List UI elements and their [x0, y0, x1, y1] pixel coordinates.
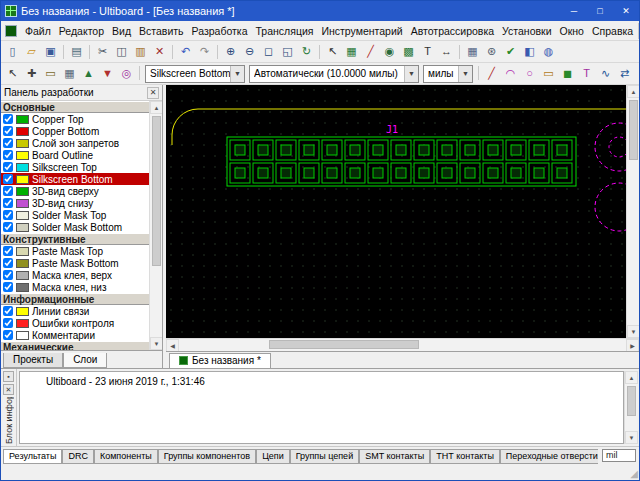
dimension-icon[interactable]: ↔	[437, 43, 456, 61]
scrollbar-thumb[interactable]	[152, 116, 161, 266]
layer-visibility-checkbox[interactable]	[3, 306, 13, 316]
scrollbar-thumb[interactable]	[269, 340, 419, 349]
layer-row[interactable]: Механические	[1, 341, 149, 350]
place-trace-icon[interactable]: ╱	[361, 43, 380, 61]
close-icon[interactable]: ✕	[3, 384, 14, 395]
place-circle-icon[interactable]: ○	[520, 65, 539, 83]
zoom-full-icon[interactable]: ◱	[278, 43, 297, 61]
scroll-up-icon[interactable]: ▲	[627, 85, 640, 98]
layer-color-swatch[interactable]	[16, 247, 29, 256]
dock-icon[interactable]: ▪	[3, 371, 14, 382]
results-tab[interactable]: Переходные отверстия	[500, 449, 598, 464]
results-tab[interactable]: Группы цепей	[290, 449, 359, 464]
undo-icon[interactable]: ↶	[176, 43, 195, 61]
save-icon[interactable]: ▣	[41, 43, 60, 61]
units-select[interactable]: милы ▼	[423, 65, 473, 83]
results-tab[interactable]: DRC	[62, 449, 94, 464]
layer-color-swatch[interactable]	[16, 163, 29, 172]
redraw-icon[interactable]: ↻	[297, 43, 316, 61]
menu-item[interactable]: Трансляция	[252, 22, 318, 40]
place-line-icon[interactable]: ╱	[482, 65, 501, 83]
layer-visibility-checkbox[interactable]	[3, 330, 13, 340]
copper-area-icon[interactable]: ▩	[399, 43, 418, 61]
menu-item[interactable]: Разработка	[188, 22, 252, 40]
layer-visibility-checkbox[interactable]	[3, 186, 13, 196]
layer-row[interactable]: Конструктивные	[1, 233, 149, 245]
layer-row[interactable]: Маска клея, низ	[1, 281, 149, 293]
menu-item[interactable]: Вид	[108, 22, 135, 40]
layer-color-swatch[interactable]	[16, 283, 29, 292]
canvas-vertical-scrollbar[interactable]: ▲ ▼	[626, 85, 639, 338]
scroll-down-icon[interactable]: ▼	[625, 431, 638, 444]
results-tab[interactable]: ТНТ контакты	[430, 449, 500, 464]
place-via-icon[interactable]: ◉	[380, 43, 399, 61]
layer-down-icon[interactable]: ▼	[98, 65, 117, 83]
layer-visibility-checkbox[interactable]	[3, 162, 13, 172]
scroll-up-icon[interactable]: ▲	[625, 371, 638, 384]
zoom-window-icon[interactable]: ◻	[259, 43, 278, 61]
layer-row[interactable]: Silkscreen Bottom	[1, 173, 149, 185]
grid-icon[interactable]: ▦	[463, 43, 482, 61]
layer-visibility-checkbox[interactable]	[3, 210, 13, 220]
layer-visibility-checkbox[interactable]	[3, 270, 13, 280]
menu-item[interactable]: Справка	[588, 22, 637, 40]
layer-row[interactable]: 3D-вид сверху	[1, 185, 149, 197]
layer-color-swatch[interactable]	[16, 331, 29, 340]
measure-icon[interactable]: ▭	[41, 65, 60, 83]
properties-icon[interactable]: ⊛	[482, 43, 501, 61]
layer-list-scrollbar[interactable]: ▲ ▼	[149, 101, 162, 350]
layer-color-swatch[interactable]	[16, 139, 29, 148]
results-tab[interactable]: SMT контакты	[359, 449, 430, 464]
canvas-horizontal-scrollbar[interactable]: ◀ ▶	[166, 338, 639, 351]
close-button[interactable]: ✕	[613, 1, 639, 21]
layer-visibility-checkbox[interactable]	[3, 138, 13, 148]
scroll-down-icon[interactable]: ▼	[627, 325, 640, 338]
layer-row[interactable]: Paste Mask Top	[1, 245, 149, 257]
place-component-icon[interactable]: ▦	[342, 43, 361, 61]
layer-row[interactable]: Слой зон запретов	[1, 137, 149, 149]
scrollbar-thumb[interactable]	[629, 100, 638, 160]
layer-row[interactable]: Copper Top	[1, 113, 149, 125]
highlight-icon[interactable]: ◎	[117, 65, 136, 83]
layer-row[interactable]: Комментарии	[1, 329, 149, 341]
redo-icon[interactable]: ↷	[195, 43, 214, 61]
text-tool-icon[interactable]: T	[577, 65, 596, 83]
layer-row[interactable]: Ошибки контроля	[1, 317, 149, 329]
layer-visibility-checkbox[interactable]	[3, 198, 13, 208]
results-tab[interactable]: Цепи	[256, 449, 290, 464]
layer-visibility-checkbox[interactable]	[3, 222, 13, 232]
layer-row[interactable]: Solder Mask Top	[1, 209, 149, 221]
grid-select[interactable]: Автоматически (10.0000 милы) ▼	[249, 65, 419, 83]
resize-grip[interactable]: ◢	[630, 469, 639, 480]
menu-item[interactable]: Автотрассировка	[407, 22, 498, 40]
results-scrollbar[interactable]: ▲ ▼	[624, 371, 637, 444]
select-icon[interactable]: ↖	[323, 43, 342, 61]
layer-row[interactable]: Board Outline	[1, 149, 149, 161]
layer-row[interactable]: 3D-вид снизу	[1, 197, 149, 209]
layer-color-swatch[interactable]	[16, 307, 29, 316]
select-mode-icon[interactable]: ↖	[3, 65, 22, 83]
layer-color-swatch[interactable]	[16, 259, 29, 268]
menu-item[interactable]: Файл	[21, 22, 55, 40]
layer-row[interactable]: Silkscreen Top	[1, 161, 149, 173]
place-arc-icon[interactable]: ◠	[501, 65, 520, 83]
scroll-down-icon[interactable]: ▼	[150, 337, 162, 350]
layer-row[interactable]: Информационные	[1, 293, 149, 305]
zoom-out-icon[interactable]: ⊖	[240, 43, 259, 61]
layer-row[interactable]: Основные	[1, 101, 149, 113]
layer-color-swatch[interactable]	[16, 211, 29, 220]
zoom-in-icon[interactable]: ⊕	[221, 43, 240, 61]
swap-icon[interactable]: ⇄	[615, 65, 634, 83]
layer-visibility-checkbox[interactable]	[3, 282, 13, 292]
layer-color-swatch[interactable]	[16, 199, 29, 208]
paste-icon[interactable]: ▥	[131, 43, 150, 61]
place-text-icon[interactable]: T	[418, 43, 437, 61]
scroll-up-icon[interactable]: ▲	[150, 101, 162, 114]
minimize-button[interactable]: ─	[561, 1, 587, 21]
layer-visibility-checkbox[interactable]	[3, 126, 13, 136]
layer-color-swatch[interactable]	[16, 271, 29, 280]
layer-row[interactable]: Solder Mask Bottom	[1, 221, 149, 233]
layer-row[interactable]: Маска клея, верх	[1, 269, 149, 281]
panel-tab[interactable]: Слои	[63, 353, 107, 368]
active-layer-select[interactable]: Silkscreen Bottom ▼	[145, 65, 245, 83]
